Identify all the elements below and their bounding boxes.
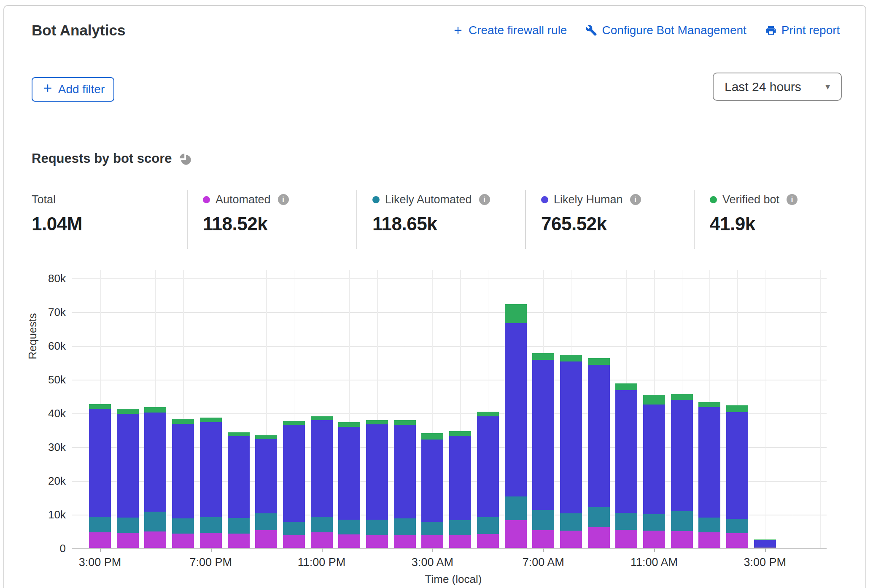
- y-tick-label: 30k: [16, 441, 66, 453]
- bar-segment-automated: [338, 534, 360, 548]
- bar-segment-likely-human: [671, 400, 693, 511]
- x-tick-label: 3:00 AM: [399, 556, 466, 569]
- bar-hour-23[interactable]: [726, 405, 748, 548]
- bar-hour-2[interactable]: [144, 407, 166, 548]
- bar-segment-likely-human: [588, 365, 610, 507]
- info-icon[interactable]: i: [479, 194, 490, 205]
- bar-segment-likely-automated: [366, 520, 388, 536]
- bar-hour-14[interactable]: [477, 412, 499, 548]
- bar-hour-1[interactable]: [117, 409, 139, 548]
- bar-segment-automated: [255, 530, 277, 548]
- bar-hour-15[interactable]: [505, 304, 527, 548]
- bar-hour-5[interactable]: [228, 432, 250, 548]
- bar-hour-8[interactable]: [311, 416, 333, 548]
- time-range-dropdown[interactable]: Last 24 hours ▼: [713, 73, 842, 101]
- bar-segment-verified-bot: [117, 409, 139, 414]
- info-icon[interactable]: i: [278, 194, 289, 205]
- y-axis-labels: 010k20k30k40k50k60k70k80k: [16, 270, 66, 548]
- add-filter-button[interactable]: Add filter: [32, 77, 114, 102]
- stat-label: Total: [32, 193, 56, 206]
- bar-segment-automated: [89, 532, 111, 548]
- bar-segment-automated: [477, 534, 499, 548]
- configure-bot-management-link[interactable]: Configure Bot Management: [585, 24, 746, 37]
- page-title: Bot Analytics: [32, 22, 125, 39]
- bar-segment-verified-bot: [477, 412, 499, 416]
- bar-hour-17[interactable]: [560, 355, 582, 548]
- bar-segment-likely-automated: [311, 517, 333, 533]
- bar-segment-verified-bot: [532, 353, 554, 359]
- bar-segment-verified-bot: [588, 358, 610, 365]
- bar-hour-24[interactable]: [754, 539, 776, 548]
- bar-hour-21[interactable]: [671, 394, 693, 548]
- bar-segment-automated: [615, 530, 637, 548]
- wrench-icon: [585, 24, 597, 36]
- h-gridline: [72, 346, 827, 347]
- y-tick-label: 20k: [16, 475, 66, 487]
- bar-hour-11[interactable]: [394, 420, 416, 548]
- bar-hour-7[interactable]: [283, 421, 305, 548]
- bar-segment-likely-human: [144, 413, 166, 511]
- y-axis-title: Requests: [26, 313, 39, 359]
- x-tick-label: 3:00 PM: [731, 556, 799, 569]
- y-tick-label: 10k: [16, 508, 66, 521]
- bar-segment-likely-human: [532, 360, 554, 510]
- bar-segment-likely-automated: [283, 522, 305, 536]
- bar-segment-automated: [228, 534, 250, 548]
- x-tick: [432, 548, 433, 552]
- bar-hour-10[interactable]: [366, 420, 388, 548]
- stat-label: Automated: [216, 193, 271, 206]
- bar-segment-likely-human: [311, 420, 333, 517]
- bar-segment-verified-bot: [338, 422, 360, 426]
- bar-hour-22[interactable]: [698, 402, 720, 548]
- bar-hour-12[interactable]: [421, 433, 443, 548]
- bar-segment-likely-human: [560, 361, 582, 513]
- stat-likely-human: Likely Human i 765.52k: [525, 190, 694, 249]
- bar-hour-16[interactable]: [532, 353, 554, 548]
- bar-hour-0[interactable]: [89, 404, 111, 548]
- v-gridline: [820, 270, 821, 548]
- bar-hour-19[interactable]: [615, 383, 637, 548]
- bar-segment-verified-bot: [144, 407, 166, 413]
- bar-segment-likely-human: [117, 414, 139, 518]
- bar-segment-likely-human: [89, 409, 111, 517]
- bar-segment-likely-human: [421, 440, 443, 522]
- bar-segment-likely-human: [394, 425, 416, 518]
- stat-value: 118.52k: [203, 213, 356, 235]
- bar-segment-automated: [726, 533, 748, 548]
- x-axis-line: [72, 548, 827, 549]
- info-icon[interactable]: i: [630, 194, 641, 205]
- create-firewall-rule-link[interactable]: Create firewall rule: [452, 24, 567, 37]
- bar-hour-13[interactable]: [449, 431, 471, 548]
- add-filter-label: Add filter: [58, 83, 105, 96]
- bar-segment-likely-human: [283, 425, 305, 522]
- bar-hour-18[interactable]: [588, 358, 610, 548]
- bar-hour-3[interactable]: [172, 419, 194, 548]
- print-report-link[interactable]: Print report: [765, 24, 840, 37]
- bar-segment-automated: [449, 535, 471, 548]
- bar-hour-4[interactable]: [200, 418, 222, 548]
- bar-segment-verified-bot: [421, 433, 443, 440]
- bar-segment-likely-human: [366, 424, 388, 520]
- bar-hour-9[interactable]: [338, 422, 360, 548]
- bar-segment-verified-bot: [228, 432, 250, 437]
- stat-label: Likely Human: [554, 193, 623, 206]
- plus-icon: [41, 82, 54, 97]
- info-icon[interactable]: i: [787, 194, 798, 205]
- v-gridline: [765, 270, 766, 548]
- bar-hour-20[interactable]: [643, 395, 665, 548]
- bar-segment-automated: [394, 535, 416, 548]
- bar-segment-automated: [698, 532, 720, 548]
- bar-segment-likely-human: [726, 412, 748, 519]
- likely-human-dot: [541, 196, 548, 203]
- bar-segment-likely-human: [255, 439, 277, 513]
- bar-segment-likely-automated: [172, 518, 194, 534]
- pie-chart-icon: [178, 152, 191, 165]
- stat-total: Total 1.04M: [32, 190, 187, 249]
- bar-hour-6[interactable]: [255, 435, 277, 548]
- bar-segment-likely-automated: [560, 513, 582, 531]
- x-tick: [543, 548, 544, 552]
- bar-segment-likely-automated: [394, 518, 416, 535]
- stat-label: Verified bot: [722, 193, 779, 206]
- stat-value: 118.65k: [372, 213, 525, 235]
- bar-segment-verified-bot: [255, 435, 277, 439]
